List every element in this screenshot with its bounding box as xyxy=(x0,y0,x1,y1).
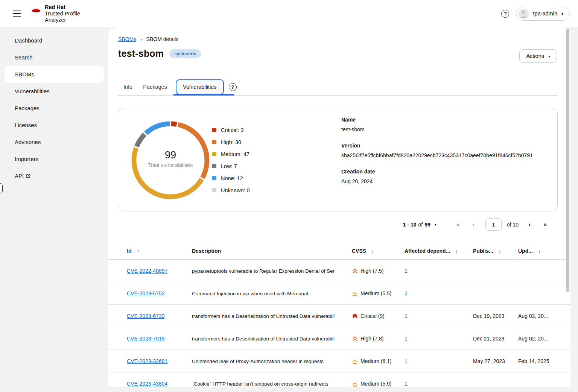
affected-dependencies-link[interactable]: 1 xyxy=(405,268,408,274)
legend-swatch-icon xyxy=(212,188,216,192)
affected-dependencies-link[interactable]: 2 xyxy=(405,290,408,296)
column-label: Description xyxy=(192,248,221,254)
vulnerability-description: Unintended leak of Proxy-Authorization h… xyxy=(192,358,349,364)
sidebar-item-sboms[interactable]: SBOMs xyxy=(5,66,104,83)
cve-link[interactable]: CVE-2022-40897 xyxy=(127,268,167,274)
cve-link[interactable]: CVE-2023-6730 xyxy=(127,313,164,319)
legend-item-low: Low: 7 xyxy=(212,162,250,170)
cve-link[interactable]: CVE-2023-43804 xyxy=(127,381,167,387)
sidebar-item-label: Vulnerabilities xyxy=(15,88,50,94)
breadcrumb: SBOMs › SBOM details xyxy=(118,36,178,42)
column-header-publis[interactable]: Publis...↕ xyxy=(473,248,501,254)
cvss-cell: Critical (9) xyxy=(352,313,385,319)
menu-toggle-button[interactable] xyxy=(13,11,21,17)
sidebar-item-search[interactable]: Search xyxy=(5,49,104,66)
left-drawer-handle[interactable] xyxy=(0,183,3,193)
sort-ascending-icon[interactable]: ↑ xyxy=(137,248,139,254)
sort-icon[interactable]: ↕ xyxy=(371,248,374,254)
cve-link[interactable]: CVE-2023-7018 xyxy=(127,336,164,342)
severity-critical-icon xyxy=(352,313,358,319)
user-menu[interactable]: tpa-admin ▾ xyxy=(516,7,570,21)
column-header-upd[interactable]: Upd...↕ xyxy=(518,248,540,254)
severity-high-icon xyxy=(352,336,358,342)
column-label: Id xyxy=(127,248,131,254)
redhat-hat-icon xyxy=(31,5,41,14)
tab-help-icon[interactable]: ? xyxy=(229,83,237,91)
sidebar-item-label: Advisories xyxy=(15,139,41,145)
pagination-of-word: of xyxy=(418,222,423,228)
column-label: Publis... xyxy=(473,248,493,254)
sidebar-item-label: API xyxy=(15,173,24,179)
pagination-menu[interactable]: 1 - 10 of 99 ▾ xyxy=(401,221,439,228)
column-label: Affected depend... xyxy=(405,248,450,254)
sort-icon[interactable]: ↕ xyxy=(455,248,458,254)
sidebar-item-advisories[interactable]: Advisories xyxy=(5,134,104,150)
summary-card: 99 Total vulnerabilities Critical: 3High… xyxy=(118,108,558,211)
avatar xyxy=(519,9,529,19)
title-row: test-sbom cyclonedx xyxy=(118,48,201,59)
sort-icon[interactable]: ↕ xyxy=(538,248,541,254)
table-header: Id↑DescriptionCVSS↕Affected depend...↕Pu… xyxy=(108,244,570,260)
sidebar-item-importers[interactable]: Importers xyxy=(5,150,104,167)
page-title: test-sbom xyxy=(118,48,164,59)
column-header-affected-depend[interactable]: Affected depend...↕ xyxy=(405,248,458,254)
breadcrumb-current: SBOM details xyxy=(146,36,179,42)
affected-dependencies-link[interactable]: 1 xyxy=(405,336,408,342)
cvss-cell: High (7.8) xyxy=(352,336,383,342)
legend-label: None: 12 xyxy=(221,175,243,181)
sidebar-item-packages[interactable]: Packages xyxy=(5,100,104,117)
cve-link[interactable]: CVE-2023-32681 xyxy=(127,358,167,364)
page-number-input[interactable] xyxy=(485,218,502,231)
tab-vulnerabilities[interactable]: Vulnerabilities xyxy=(176,79,224,94)
breadcrumb-separator-icon: › xyxy=(140,36,142,42)
affected-dependencies-link[interactable]: 1 xyxy=(405,381,408,387)
vulnerability-description: transformers has a Deserialization of Un… xyxy=(192,313,349,319)
table-row: CVE-2023-7018transformers has a Deserial… xyxy=(108,327,570,350)
column-header-cvss[interactable]: CVSS↕ xyxy=(352,248,374,254)
legend-swatch-icon xyxy=(212,176,216,180)
cvss-cell: Medium (5.9) xyxy=(352,381,391,387)
last-page-button[interactable]: » xyxy=(537,221,553,228)
legend-label: Critical: 3 xyxy=(221,127,243,133)
external-link-icon xyxy=(26,174,30,178)
pagination-of-pages: of 10 xyxy=(507,222,519,228)
vulnerability-description: pypa/setuptools vulnerable to Regular Ex… xyxy=(192,268,349,273)
vulnerabilities-donut-chart: 99 Total vulnerabilities xyxy=(131,121,210,200)
sidebar-item-label: Importers xyxy=(15,156,38,162)
cvss-label: Medium (5.9) xyxy=(360,381,391,387)
affected-dependencies-link[interactable]: 1 xyxy=(405,313,408,319)
sort-icon[interactable]: ↕ xyxy=(499,248,501,254)
detail-value: test-sbom xyxy=(341,126,533,132)
column-label: CVSS xyxy=(352,248,366,254)
breadcrumb-sboms-link[interactable]: SBOMs xyxy=(118,36,136,42)
cve-link[interactable]: CVE-2023-5752 xyxy=(127,290,164,296)
first-page-button[interactable]: « xyxy=(450,221,466,228)
sidebar-item-vulnerabilities[interactable]: Vulnerabilities xyxy=(5,83,104,100)
tab-info[interactable]: Info xyxy=(118,84,138,90)
affected-dependencies-link[interactable]: 1 xyxy=(405,358,408,364)
detail-label: Name xyxy=(341,117,533,123)
cvss-label: High (7.5) xyxy=(360,268,383,274)
column-header-id[interactable]: Id↑ xyxy=(127,248,139,254)
actions-label: Actions xyxy=(526,53,544,59)
previous-page-button[interactable]: ‹ xyxy=(466,221,482,228)
actions-button[interactable]: Actions ▾ xyxy=(519,49,557,63)
sidebar-item-label: SBOMs xyxy=(15,71,34,77)
sidebar-item-api[interactable]: API xyxy=(5,167,104,184)
masthead: Red Hat Trusted Profile Analyzer ? tpa-a… xyxy=(0,0,578,27)
next-page-button[interactable]: › xyxy=(522,221,537,228)
published-date: Dec 21, 2023 xyxy=(473,336,504,342)
updated-date: Aug 02, 20... xyxy=(518,313,548,319)
sidebar-item-label: Search xyxy=(15,54,33,61)
tab-packages[interactable]: Packages xyxy=(138,84,172,90)
sidebar-item-licenses[interactable]: Licenses xyxy=(5,117,104,134)
updated-date: Aug 02, 20... xyxy=(518,336,548,342)
help-icon[interactable]: ? xyxy=(501,10,509,18)
detail-label: Version xyxy=(341,143,533,149)
sidebar-item-dashboard[interactable]: Dashboard xyxy=(5,32,104,49)
bottom-strip xyxy=(0,387,578,392)
published-date: May 27, 2023 xyxy=(473,358,505,364)
scrollbar[interactable] xyxy=(566,29,569,292)
legend-item-critical: Critical: 3 xyxy=(212,126,250,134)
cvss-cell: Medium (5.5) xyxy=(352,290,391,296)
